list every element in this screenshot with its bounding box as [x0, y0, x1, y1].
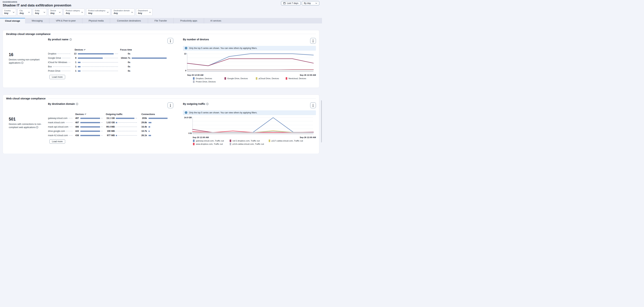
table-row[interactable]: mask.icloud.com4871.02 GB29.8k [48, 120, 173, 125]
table-title: By product name [48, 38, 72, 41]
leader-dots [118, 122, 137, 123]
tab-vpn-peer-to-peer[interactable]: VPN & Peer-to-peer [49, 18, 82, 24]
kpi-value: 16 [9, 52, 48, 57]
breadcrumb: DASHBOARDS [3, 1, 319, 3]
table-row[interactable]: Box10s [48, 65, 173, 69]
more-options-button[interactable] [310, 102, 316, 108]
legend-item: Google Drive, Devices [224, 77, 256, 80]
filter-destination-domain[interactable]: Destination domainAny [112, 9, 134, 16]
filter-country[interactable]: CountryAny [2, 9, 16, 16]
legend-swatch [224, 77, 226, 80]
tab-label: Cloud storage [5, 20, 20, 22]
cell-value: 16.4k [139, 126, 147, 128]
info-icon[interactable] [206, 103, 208, 105]
scrollbar-thumb[interactable] [321, 100, 322, 142]
filter-device[interactable]: DeviceAny [48, 9, 62, 16]
filter-value: Any [20, 12, 27, 15]
cell-value: 15.1 GB [105, 117, 115, 119]
leader-dots [82, 67, 118, 67]
more-options-button[interactable] [310, 38, 316, 44]
legend-swatch [286, 77, 287, 80]
chevron-down-icon [13, 11, 14, 14]
legend-label: Nextcloud, Devices [288, 77, 306, 80]
filter-product-subcategory[interactable]: Product subcategoryAny [86, 9, 110, 16]
table-row[interactable]: Proton Drive10s [48, 69, 173, 73]
cell-bar [148, 126, 150, 128]
legend-label: p114-caldav.icloud.com, Traffic out [232, 143, 264, 145]
leader-dots [69, 135, 72, 136]
more-options-button[interactable] [168, 38, 173, 44]
filter-label: City [20, 10, 27, 12]
table-row[interactable]: gateway.icloud.com49715.1 GB203k [48, 116, 173, 120]
legend-item: nsf-2.dropbox.com, Traffic out [230, 140, 269, 142]
info-icon[interactable] [76, 103, 78, 105]
load-more-button[interactable]: Load more [50, 139, 65, 144]
legend-swatch [193, 80, 194, 83]
svg-text:14.0 GB: 14.0 GB [184, 116, 192, 119]
info-icon[interactable] [70, 38, 72, 41]
date-range-button[interactable]: Last 7 days [281, 1, 300, 5]
leader-dots [68, 62, 70, 63]
info-icon[interactable] [36, 126, 38, 129]
tab-file-transfer[interactable]: File Transfer [148, 18, 174, 24]
kpi-description: Devices running non-compliant applicatio… [9, 58, 44, 65]
load-more-button[interactable]: Load more [50, 75, 65, 79]
interval-select[interactable]: By day [302, 1, 319, 5]
row-label: mask-api.icloud.com [48, 126, 68, 128]
table-row[interactable]: Google Drive910min 7s [48, 56, 173, 60]
cell-value: 29.8k [139, 121, 147, 124]
table-row[interactable]: mask-api.icloud.com48699.4 MB16.4k [48, 125, 173, 129]
tab-cloud-storage[interactable]: Cloud storage [0, 18, 25, 24]
table-header-row: DevicesFocus time [48, 48, 173, 52]
sort-icon [85, 114, 86, 115]
filter-city[interactable]: CityAny [18, 9, 32, 16]
tab-connection-destinations[interactable]: Connection destinations [110, 18, 148, 24]
column-header-devices[interactable]: Devices [74, 113, 104, 116]
leader-dots [101, 118, 102, 118]
page-header: DASHBOARDS Shadow IT and data exfiltrati… [0, 0, 322, 7]
legend-swatch [256, 77, 258, 80]
legend-label: Google Drive, Devices [227, 77, 248, 80]
cell-bar [80, 118, 100, 119]
cell-value: 10.7k [139, 130, 147, 132]
table-row[interactable]: iCloud for Windows10s [48, 60, 173, 65]
chevron-down-icon [107, 11, 109, 14]
filter-department[interactable]: DepartmentAny [136, 9, 153, 16]
cell-bar [78, 66, 80, 67]
column-header-label: Connections [142, 113, 155, 116]
table-title: By destination domain [48, 102, 78, 105]
filter-product-category[interactable]: Product categoryAny [64, 9, 85, 16]
tab-productivity-apps[interactable]: Productivity apps [174, 18, 204, 24]
svg-text:0 B: 0 B [188, 132, 192, 134]
legend-label: pCloud Drive, Devices [259, 77, 279, 80]
leader-dots [82, 71, 118, 71]
chevron-down-icon [149, 11, 151, 14]
column-header-connections: Connections [138, 113, 168, 116]
calendar-icon [283, 2, 286, 5]
info-icon [185, 47, 188, 50]
cell-value: 0s [120, 65, 130, 68]
column-header-label: Outgoing traffic [106, 113, 122, 116]
table-row[interactable]: mask-h2.icloud.com438977 MB26.1k [48, 133, 173, 138]
chevron-down-icon [59, 11, 61, 14]
tab-ai-services[interactable]: AI services [204, 18, 228, 24]
filter-entity[interactable]: EntityAny [33, 9, 47, 16]
svg-text:0: 0 [185, 70, 186, 72]
date-range-label: Last 7 days [287, 2, 298, 5]
more-options-button[interactable] [168, 102, 173, 108]
leader-dots [66, 131, 72, 131]
chevron-down-icon [131, 11, 133, 14]
column-header-devices[interactable]: Devices [72, 49, 119, 51]
legend-label: www.dropbox.com, Traffic out [196, 143, 223, 145]
leader-dots [101, 122, 102, 123]
info-icon[interactable] [21, 62, 24, 65]
tab-physical-media[interactable]: Physical media [82, 18, 110, 24]
filter-label: Department [138, 10, 148, 12]
table-row[interactable]: drive.google.com443190 MB10.7k [48, 129, 173, 133]
table-row[interactable]: Dropbox130s [48, 52, 173, 56]
line-chart[interactable]: 130 Sep 20 12:00 AM Sep 26 12:00 AM [183, 52, 316, 76]
filter-value: Any [35, 12, 42, 15]
tab-messaging[interactable]: Messaging [25, 18, 49, 24]
leader-dots [62, 71, 70, 71]
line-chart[interactable]: 14.0 GB0 B Sep 20 12:00 AM Sep 26 12:00 … [183, 116, 316, 138]
